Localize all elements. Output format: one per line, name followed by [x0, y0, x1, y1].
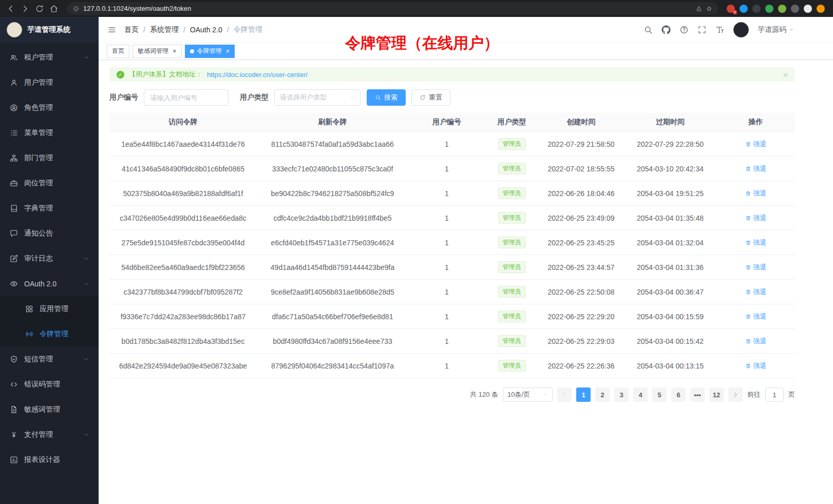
share-icon[interactable]: [696, 6, 702, 12]
cell-expire-time: 2054-03-04 00:15:42: [624, 337, 716, 345]
sidebar-item[interactable]: OAuth 2.0: [0, 271, 99, 296]
chevron-down-icon: [84, 432, 89, 437]
extension-blue-icon[interactable]: [740, 5, 748, 13]
force-logout-button[interactable]: 强退: [745, 361, 767, 371]
page-button[interactable]: 3: [614, 387, 629, 402]
force-logout-button[interactable]: 强退: [745, 189, 767, 198]
chevron-down-icon: [789, 27, 794, 32]
prev-page-button[interactable]: [557, 387, 572, 402]
sidebar-item[interactable]: 审计日志: [0, 246, 99, 271]
question-icon[interactable]: [679, 25, 689, 34]
force-logout-label: 强退: [753, 140, 767, 149]
sidebar-item-label: 部门管理: [24, 153, 89, 163]
yen-icon: [10, 431, 18, 439]
sidebar-item[interactable]: 错误码管理: [0, 372, 99, 397]
user-menu[interactable]: 芋道源码: [758, 25, 794, 34]
force-logout-button[interactable]: 强退: [745, 140, 767, 149]
table-row: 54d6be82ee5a460a9aedc1f9bf22365649d1aa46…: [109, 255, 795, 280]
sidebar-item[interactable]: 角色管理: [0, 95, 99, 120]
cell-access-token: 502375b8040a469a9b82188afdf6af1f: [109, 189, 257, 198]
sidebar-item[interactable]: 敏感词管理: [0, 397, 99, 422]
sidebar-item[interactable]: 短信管理: [0, 346, 99, 372]
user-type-label: 用户类型: [240, 93, 269, 102]
fullscreen-icon[interactable]: [697, 25, 707, 34]
cell-user-id: 1: [408, 313, 485, 321]
sidebar-item[interactable]: 字典管理: [0, 196, 99, 221]
tab-1[interactable]: 敏感词管理×: [132, 45, 182, 58]
user-type-badge: 管理员: [498, 163, 526, 174]
page-button[interactable]: •••: [690, 387, 705, 402]
profile-avatar-icon[interactable]: [817, 5, 825, 13]
page-size-select[interactable]: 10条/页: [503, 387, 553, 402]
trash-icon: [745, 190, 751, 197]
refresh-icon[interactable]: [35, 4, 44, 13]
breadcrumb-item[interactable]: 首页: [124, 25, 139, 34]
cell-refresh-token: b0df4980ffd34c67a08f9156e4eee733: [257, 337, 408, 345]
sidebar-collapse-icon[interactable]: [107, 25, 117, 34]
sidebar-item[interactable]: 应用管理: [0, 296, 99, 321]
panel-toggle-icon[interactable]: [804, 5, 812, 13]
extension-dark-icon[interactable]: [752, 5, 761, 13]
alert-close-icon[interactable]: ×: [783, 70, 788, 79]
address-bar[interactable]: 127.0.0.1:1024/system/oauth2/token: [67, 2, 718, 15]
search-icon[interactable]: [643, 25, 653, 34]
site-info-icon[interactable]: [73, 6, 79, 12]
extension-green-icon[interactable]: [765, 5, 773, 13]
trash-icon: [745, 264, 751, 270]
extension-gray-icon[interactable]: [791, 5, 799, 13]
force-logout-button[interactable]: 强退: [745, 164, 767, 173]
doc-link[interactable]: https://doc.iocoder.cn/user-center/: [207, 71, 308, 79]
tab-close-icon[interactable]: ×: [226, 48, 230, 54]
force-logout-button[interactable]: 强退: [745, 312, 767, 321]
token-table: 访问令牌 刷新令牌 用户编号 用户类型 创建时间 过期时间 操作 1ea5e44…: [109, 113, 795, 378]
sidebar-item[interactable]: 岗位管理: [0, 170, 99, 196]
extension-lime-icon[interactable]: [778, 5, 786, 13]
star-icon[interactable]: [706, 6, 712, 12]
page-button[interactable]: 12: [709, 387, 724, 402]
back-icon[interactable]: [6, 4, 15, 13]
sidebar-item[interactable]: 租户管理: [0, 45, 99, 70]
sidebar-item[interactable]: 报表设计器: [0, 447, 99, 472]
tab-close-icon[interactable]: ×: [173, 48, 177, 54]
cell-user-id: 1: [408, 165, 485, 173]
force-logout-button[interactable]: 强退: [745, 238, 767, 247]
tab-0[interactable]: 首页: [107, 45, 129, 58]
user-type-select[interactable]: 请选择用户类型: [274, 89, 361, 106]
app-logo[interactable]: 芋道管理系统: [0, 17, 99, 43]
breadcrumb-item[interactable]: OAuth 2.0: [190, 26, 222, 34]
user-id-input[interactable]: [144, 89, 229, 106]
sidebar-item[interactable]: 令牌管理: [0, 321, 99, 346]
force-logout-button[interactable]: 强退: [745, 263, 767, 272]
breadcrumb-item[interactable]: 系统管理: [150, 25, 179, 34]
sidebar-item[interactable]: 部门管理: [0, 145, 99, 170]
tab-2[interactable]: 令牌管理×: [185, 45, 235, 58]
page-button[interactable]: 6: [671, 387, 686, 402]
reset-button[interactable]: 重置: [411, 89, 450, 106]
cell-refresh-token: 8796295f04064c2983414cc54af1097a: [257, 362, 408, 370]
force-logout-label: 强退: [753, 214, 767, 223]
extension-red-icon[interactable]: 0: [727, 5, 735, 13]
home-icon[interactable]: [49, 4, 59, 13]
force-logout-button[interactable]: 强退: [745, 337, 767, 346]
page-button[interactable]: 1: [576, 387, 591, 402]
user-type-badge: 管理员: [498, 335, 526, 346]
sidebar-item[interactable]: 用户管理: [0, 70, 99, 95]
search-button[interactable]: 搜索: [367, 89, 406, 106]
force-logout-button[interactable]: 强退: [745, 214, 767, 223]
page-button[interactable]: 5: [652, 387, 667, 402]
goto-page-input[interactable]: [765, 387, 784, 402]
force-logout-button[interactable]: 强退: [745, 287, 767, 297]
fontsize-icon[interactable]: [715, 25, 725, 34]
user-type-badge: 管理员: [498, 212, 526, 223]
sidebar-item[interactable]: 支付管理: [0, 422, 99, 447]
github-icon[interactable]: [661, 25, 671, 34]
sidebar-item[interactable]: 菜单管理: [0, 120, 99, 145]
page-button[interactable]: 4: [633, 387, 648, 402]
next-page-button[interactable]: [728, 387, 743, 402]
user-avatar[interactable]: [733, 22, 749, 37]
table-header-row: 访问令牌 刷新令牌 用户编号 用户类型 创建时间 过期时间 操作: [109, 113, 795, 132]
chevron-down-icon: [84, 55, 89, 60]
page-button[interactable]: 2: [595, 387, 610, 402]
forward-icon[interactable]: [21, 4, 30, 13]
sidebar-item[interactable]: 通知公告: [0, 221, 99, 246]
